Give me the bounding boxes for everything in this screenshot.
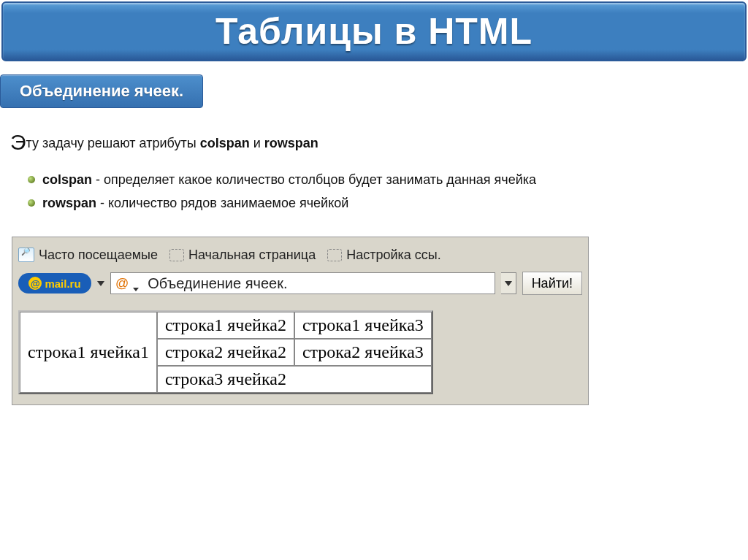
provider-dropdown-icon[interactable] [97,281,104,286]
subtitle-text: Объединение ячеек. [20,82,183,101]
browser-mock: Часто посещаемые Начальная страница Наст… [12,237,589,405]
page-title: Таблицы в HTML [215,10,533,53]
term-rowspan: rowspan [42,196,96,210]
desc-colspan: - определяет какое количество столбцов б… [92,172,536,187]
search-input[interactable]: @ Объединение ячеек. [110,272,495,294]
cell-r2c2: строка2 ячейка2 [157,339,294,366]
search-value: Объединение ячеек. [148,275,287,292]
bookmark-homepage[interactable]: Начальная страница [188,248,316,263]
intro-and: и [250,136,264,150]
cell-r3c2: строка3 ячейка2 [157,366,432,393]
bookmarks-folder-icon [18,248,34,262]
chevron-down-icon [133,288,139,291]
search-dropdown-button[interactable] [501,272,516,294]
term-colspan: colspan [42,172,92,187]
cell-r1c1: строка1 ячейка1 [20,312,157,393]
title-bar: Таблицы в HTML [1,1,747,61]
mail-logo[interactable]: @mail.ru [18,273,91,294]
cell-r2c3: строка2 ячейка3 [294,339,432,366]
intro-attr-colspan: colspan [200,136,250,150]
bookmarks-row: Часто посещаемые Начальная страница Наст… [18,245,582,265]
intro-text: ту задачу решают атрибуты [26,136,200,150]
subtitle-bar: Объединение ячеек. [0,74,203,108]
bookmark-box-icon [169,249,184,261]
find-button[interactable]: Найти! [522,272,582,295]
list-item: colspan - определяет какое количество ст… [28,168,748,191]
bookmark-settings[interactable]: Настройка ссы. [346,248,441,263]
attributes-list: colspan - определяет какое количество ст… [28,168,748,215]
search-toolbar: @mail.ru @ Объединение ячеек. Найти! [18,271,582,296]
bookmark-box-icon [327,249,342,261]
dropcap: Э [10,130,26,154]
cell-r1c3: строка1 ячейка3 [294,312,432,339]
intro-paragraph: Эту задачу решают атрибуты colspan и row… [10,130,748,155]
bookmark-frequent[interactable]: Часто посещаемые [39,248,158,263]
at-icon: @ [28,277,42,290]
list-item: rowspan - количество рядов занимаемое яч… [28,191,748,215]
chevron-down-icon [505,281,512,286]
desc-rowspan: - количество рядов занимаемое ячейкой [96,196,348,210]
at-search-icon: @ [115,276,129,291]
cell-r1c2: строка1 ячейка2 [157,312,294,339]
table-row: строка1 ячейка1 строка1 ячейка2 строка1 … [20,312,432,339]
mail-logo-text: mail.ru [45,277,80,290]
intro-attr-rowspan: rowspan [264,136,318,150]
example-table: строка1 ячейка1 строка1 ячейка2 строка1 … [18,310,433,394]
